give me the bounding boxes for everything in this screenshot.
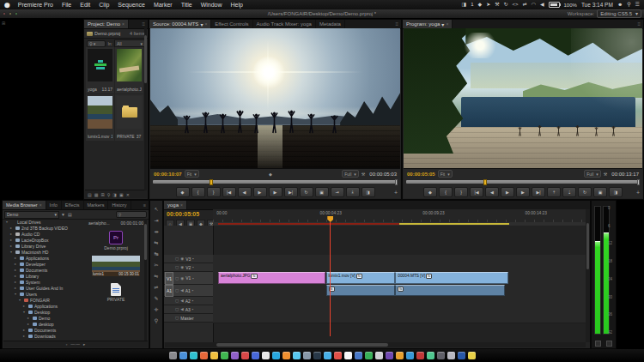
project-item-yoga[interactable]: yoga13.17 [86, 47, 114, 94]
channel-toggle-left[interactable] [595, 341, 601, 347]
window-zoom-button[interactable] [15, 12, 18, 15]
apple-menu-icon[interactable]: ⬤ [4, 2, 10, 8]
new-item-button[interactable]: ▣ [119, 192, 124, 197]
tab-markers[interactable]: Markers [84, 201, 109, 209]
project-bin-row[interactable]: Demo.prproj 4 Items [84, 29, 148, 39]
disclosure-triangle-icon[interactable]: ▾ [23, 310, 27, 314]
menu-item[interactable]: Premiere Pro [14, 2, 58, 8]
mark-in-button[interactable]: { [191, 187, 205, 197]
file-entry-video[interactable]: lumix1 00:15:30:01 [88, 256, 144, 276]
marker-icon[interactable]: ◆ [269, 172, 272, 177]
volume-icon[interactable]: ◀ [540, 0, 544, 9]
tab-effects[interactable]: Effects [62, 201, 84, 209]
dock-app-icon[interactable] [283, 352, 290, 359]
dock-app-icon[interactable] [303, 352, 311, 359]
dock-app-icon[interactable] [416, 352, 424, 359]
media-browser-search[interactable]: ⚲ [116, 211, 147, 218]
media-browser-tree-item[interactable]: ▸ Developer [3, 261, 86, 267]
disclosure-triangle-icon[interactable]: ▸ [27, 316, 31, 320]
panel-menu-icon[interactable]: ≡ [392, 20, 401, 28]
program-zoom-select[interactable]: Fit▾ [438, 170, 453, 178]
menu-item[interactable]: Title [177, 2, 197, 8]
window-close-button[interactable] [3, 12, 6, 15]
project-item-aerialphoto[interactable]: aerialphoto.JPG8.00 [115, 47, 143, 94]
go-to-in-button[interactable]: |◀ [470, 187, 483, 197]
menu-item[interactable]: Edit [76, 2, 94, 8]
safe-margins-button[interactable]: ▣ [593, 187, 607, 197]
icon-view-button[interactable]: ▦ [94, 192, 99, 197]
track-header-a2[interactable]: ▢ ◀ A2 ▪ [164, 297, 213, 305]
dock-app-icon[interactable] [200, 352, 208, 359]
lift-button[interactable]: ⇡ [547, 187, 561, 197]
go-to-out-button[interactable]: ▶| [284, 187, 298, 197]
media-browser-tree-item[interactable]: ▸ Library Drive [3, 243, 86, 249]
media-browser-tree-item[interactable]: ▸ User Guides And In [3, 285, 86, 291]
step-back-button[interactable]: ◀ [238, 187, 252, 197]
step-back-button[interactable]: ◀ [485, 187, 499, 197]
close-icon[interactable]: × [39, 202, 42, 208]
media-browser-tree-item[interactable]: ▸ Documents [3, 267, 86, 273]
track-output-icon[interactable]: ◉ [180, 256, 184, 261]
tab-source[interactable]: Source: 00004.MTS ▾ × [149, 20, 211, 28]
dock-app-icon[interactable] [334, 352, 342, 359]
track-header-master[interactable]: ▢ Master [164, 314, 213, 323]
dock-app-icon[interactable] [252, 352, 259, 359]
hand-tool[interactable]: ✛ [151, 304, 161, 314]
media-browser-tree-item[interactable]: ▾ Desktop [3, 309, 86, 315]
disclosure-triangle-icon[interactable]: ▸ [23, 334, 27, 338]
dock-app-icon[interactable] [427, 352, 434, 359]
battery-icon[interactable] [549, 2, 560, 8]
close-icon[interactable]: × [204, 21, 207, 27]
track-options-icon[interactable]: ▪ [192, 307, 194, 311]
track-header-v2[interactable]: ▢ ◉ V2 ▪ [164, 263, 213, 272]
file-entry[interactable]: aerialpho... 00:00:01:00 [88, 219, 144, 227]
window-minimize-button[interactable] [9, 12, 12, 15]
source-patch-audio[interactable]: A1 [165, 285, 173, 297]
disclosure-triangle-icon[interactable]: ▸ [15, 268, 18, 272]
track-lock-icon[interactable]: ▢ [175, 307, 179, 311]
track-select-tool[interactable]: ⇥ [151, 214, 161, 225]
track-mute-icon[interactable]: ◀ [180, 288, 183, 293]
file-types-icon[interactable]: ▤ [68, 212, 72, 217]
button-editor-plus-icon[interactable]: + [636, 190, 640, 196]
track-options-icon[interactable]: ▪ [192, 265, 194, 269]
dock-app-icon[interactable] [396, 352, 404, 359]
dock-app-icon[interactable] [262, 352, 270, 359]
project-scrollbar[interactable] [144, 28, 147, 190]
tab-effect-controls[interactable]: Effect Controls [211, 20, 252, 28]
disclosure-triangle-icon[interactable]: ▾ [15, 292, 18, 296]
export-frame-button[interactable]: ◨ [361, 187, 375, 197]
path-select[interactable]: Demo ▾ [4, 211, 59, 219]
mark-in-button[interactable]: { [439, 187, 453, 197]
dock-app-icon[interactable] [324, 352, 331, 359]
media-browser-tree-item[interactable]: ▸ Downloads [3, 333, 86, 339]
track-output-icon[interactable]: ◉ [180, 265, 184, 269]
panel-menu-icon[interactable]: ≡ [139, 20, 148, 28]
media-browser-tree-item[interactable]: ▸ LacieDropBox [3, 237, 86, 243]
disclosure-triangle-icon[interactable]: ▸ [10, 238, 14, 242]
timemachine-icon[interactable]: ↻ [504, 0, 508, 9]
dock-app-icon[interactable] [241, 352, 249, 359]
track-lock-icon[interactable]: ▢ [175, 256, 179, 261]
panel-menu-icon[interactable]: ≡ [141, 201, 149, 209]
dock-app-icon[interactable] [231, 352, 239, 359]
media-browser-tree-item[interactable]: ▾ Local Drives [3, 219, 86, 225]
media-browser-zoom-bar[interactable]: ▫—◦—▸ [3, 341, 148, 347]
close-icon[interactable]: × [180, 202, 183, 208]
filter-icon[interactable]: ▼ [61, 212, 65, 217]
zoom-tool[interactable]: ⚲ [151, 315, 161, 325]
tab-media-browser[interactable]: Media Browser × [3, 201, 46, 209]
timeline-vscrollbar[interactable] [586, 209, 590, 342]
program-playhead-marker[interactable] [483, 179, 487, 185]
export-frame-button[interactable]: ◨ [609, 187, 623, 197]
menu-item[interactable]: Sequence [113, 2, 149, 8]
find-button[interactable]: ⚲ [107, 192, 111, 197]
media-browser-tree-item[interactable]: ▸ Documents [3, 327, 86, 333]
dock-app-icon[interactable] [313, 352, 321, 359]
disclosure-triangle-icon[interactable]: ▸ [10, 244, 14, 248]
user-icon[interactable]: ☻ [617, 0, 623, 9]
tab-audio-track-mixer[interactable]: Audio Track Mixer: yoga [253, 20, 316, 28]
loop-button[interactable]: ↻ [300, 187, 313, 197]
close-icon[interactable]: × [446, 21, 448, 27]
sync-icon[interactable]: ⇄ [523, 0, 527, 9]
